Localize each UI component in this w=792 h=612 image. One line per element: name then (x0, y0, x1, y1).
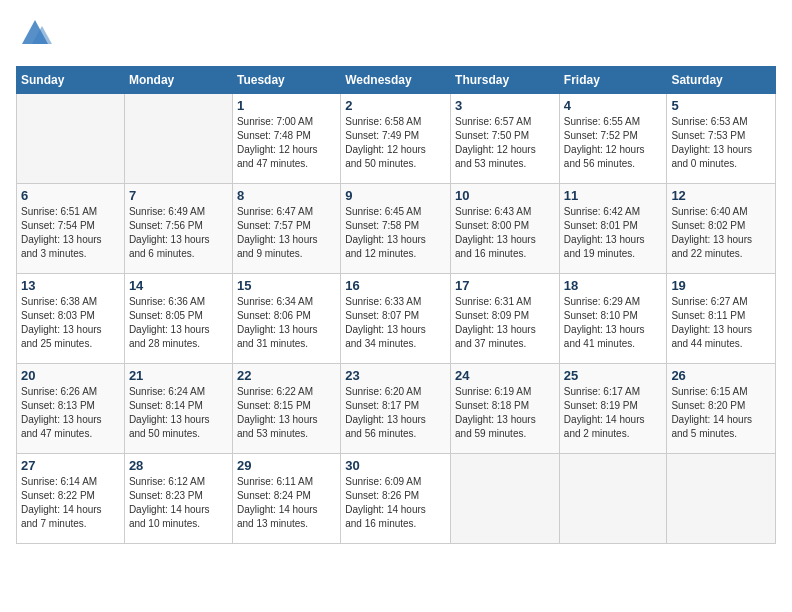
day-number: 26 (671, 368, 771, 383)
day-number: 8 (237, 188, 336, 203)
weekday-header: Monday (124, 67, 232, 94)
day-number: 13 (21, 278, 120, 293)
day-info: Sunrise: 6:27 AM Sunset: 8:11 PM Dayligh… (671, 295, 771, 351)
calendar-cell: 1Sunrise: 7:00 AM Sunset: 7:48 PM Daylig… (232, 94, 340, 184)
calendar-cell (559, 454, 667, 544)
calendar-cell: 22Sunrise: 6:22 AM Sunset: 8:15 PM Dayli… (232, 364, 340, 454)
day-info: Sunrise: 6:14 AM Sunset: 8:22 PM Dayligh… (21, 475, 120, 531)
calendar-week-row: 1Sunrise: 7:00 AM Sunset: 7:48 PM Daylig… (17, 94, 776, 184)
weekday-header: Thursday (451, 67, 560, 94)
day-info: Sunrise: 6:15 AM Sunset: 8:20 PM Dayligh… (671, 385, 771, 441)
calendar-cell: 20Sunrise: 6:26 AM Sunset: 8:13 PM Dayli… (17, 364, 125, 454)
calendar-cell: 8Sunrise: 6:47 AM Sunset: 7:57 PM Daylig… (232, 184, 340, 274)
day-info: Sunrise: 6:45 AM Sunset: 7:58 PM Dayligh… (345, 205, 446, 261)
day-number: 6 (21, 188, 120, 203)
calendar-cell: 21Sunrise: 6:24 AM Sunset: 8:14 PM Dayli… (124, 364, 232, 454)
day-number: 29 (237, 458, 336, 473)
calendar-cell: 12Sunrise: 6:40 AM Sunset: 8:02 PM Dayli… (667, 184, 776, 274)
day-number: 10 (455, 188, 555, 203)
day-info: Sunrise: 6:58 AM Sunset: 7:49 PM Dayligh… (345, 115, 446, 171)
calendar-cell (667, 454, 776, 544)
weekday-header: Saturday (667, 67, 776, 94)
calendar-cell: 16Sunrise: 6:33 AM Sunset: 8:07 PM Dayli… (341, 274, 451, 364)
calendar-week-row: 27Sunrise: 6:14 AM Sunset: 8:22 PM Dayli… (17, 454, 776, 544)
day-number: 17 (455, 278, 555, 293)
calendar-week-row: 20Sunrise: 6:26 AM Sunset: 8:13 PM Dayli… (17, 364, 776, 454)
calendar-week-row: 6Sunrise: 6:51 AM Sunset: 7:54 PM Daylig… (17, 184, 776, 274)
day-number: 12 (671, 188, 771, 203)
day-info: Sunrise: 7:00 AM Sunset: 7:48 PM Dayligh… (237, 115, 336, 171)
logo-icon (16, 16, 54, 54)
calendar-cell: 13Sunrise: 6:38 AM Sunset: 8:03 PM Dayli… (17, 274, 125, 364)
page-header (16, 16, 776, 54)
day-info: Sunrise: 6:43 AM Sunset: 8:00 PM Dayligh… (455, 205, 555, 261)
day-number: 21 (129, 368, 228, 383)
day-number: 23 (345, 368, 446, 383)
day-info: Sunrise: 6:38 AM Sunset: 8:03 PM Dayligh… (21, 295, 120, 351)
day-number: 4 (564, 98, 663, 113)
weekday-header: Friday (559, 67, 667, 94)
day-info: Sunrise: 6:11 AM Sunset: 8:24 PM Dayligh… (237, 475, 336, 531)
day-info: Sunrise: 6:34 AM Sunset: 8:06 PM Dayligh… (237, 295, 336, 351)
calendar-cell: 5Sunrise: 6:53 AM Sunset: 7:53 PM Daylig… (667, 94, 776, 184)
day-info: Sunrise: 6:36 AM Sunset: 8:05 PM Dayligh… (129, 295, 228, 351)
calendar-cell: 27Sunrise: 6:14 AM Sunset: 8:22 PM Dayli… (17, 454, 125, 544)
day-info: Sunrise: 6:51 AM Sunset: 7:54 PM Dayligh… (21, 205, 120, 261)
day-info: Sunrise: 6:29 AM Sunset: 8:10 PM Dayligh… (564, 295, 663, 351)
weekday-header: Sunday (17, 67, 125, 94)
day-number: 15 (237, 278, 336, 293)
calendar-cell: 23Sunrise: 6:20 AM Sunset: 8:17 PM Dayli… (341, 364, 451, 454)
calendar-cell (451, 454, 560, 544)
calendar-cell: 30Sunrise: 6:09 AM Sunset: 8:26 PM Dayli… (341, 454, 451, 544)
calendar-cell: 15Sunrise: 6:34 AM Sunset: 8:06 PM Dayli… (232, 274, 340, 364)
day-number: 3 (455, 98, 555, 113)
calendar-cell (124, 94, 232, 184)
day-info: Sunrise: 6:40 AM Sunset: 8:02 PM Dayligh… (671, 205, 771, 261)
calendar-cell: 11Sunrise: 6:42 AM Sunset: 8:01 PM Dayli… (559, 184, 667, 274)
day-info: Sunrise: 6:53 AM Sunset: 7:53 PM Dayligh… (671, 115, 771, 171)
calendar-cell: 24Sunrise: 6:19 AM Sunset: 8:18 PM Dayli… (451, 364, 560, 454)
calendar-cell: 29Sunrise: 6:11 AM Sunset: 8:24 PM Dayli… (232, 454, 340, 544)
day-info: Sunrise: 6:09 AM Sunset: 8:26 PM Dayligh… (345, 475, 446, 531)
calendar-body: 1Sunrise: 7:00 AM Sunset: 7:48 PM Daylig… (17, 94, 776, 544)
day-info: Sunrise: 6:31 AM Sunset: 8:09 PM Dayligh… (455, 295, 555, 351)
day-info: Sunrise: 6:24 AM Sunset: 8:14 PM Dayligh… (129, 385, 228, 441)
calendar-cell: 3Sunrise: 6:57 AM Sunset: 7:50 PM Daylig… (451, 94, 560, 184)
day-number: 24 (455, 368, 555, 383)
calendar-cell: 19Sunrise: 6:27 AM Sunset: 8:11 PM Dayli… (667, 274, 776, 364)
day-number: 30 (345, 458, 446, 473)
calendar-cell: 9Sunrise: 6:45 AM Sunset: 7:58 PM Daylig… (341, 184, 451, 274)
calendar-cell: 4Sunrise: 6:55 AM Sunset: 7:52 PM Daylig… (559, 94, 667, 184)
day-number: 19 (671, 278, 771, 293)
day-number: 22 (237, 368, 336, 383)
calendar-cell: 28Sunrise: 6:12 AM Sunset: 8:23 PM Dayli… (124, 454, 232, 544)
weekday-header: Tuesday (232, 67, 340, 94)
day-info: Sunrise: 6:26 AM Sunset: 8:13 PM Dayligh… (21, 385, 120, 441)
calendar-header: SundayMondayTuesdayWednesdayThursdayFrid… (17, 67, 776, 94)
calendar-cell: 6Sunrise: 6:51 AM Sunset: 7:54 PM Daylig… (17, 184, 125, 274)
day-number: 5 (671, 98, 771, 113)
logo (16, 16, 60, 54)
calendar-cell: 18Sunrise: 6:29 AM Sunset: 8:10 PM Dayli… (559, 274, 667, 364)
calendar-cell: 14Sunrise: 6:36 AM Sunset: 8:05 PM Dayli… (124, 274, 232, 364)
calendar-cell (17, 94, 125, 184)
day-info: Sunrise: 6:47 AM Sunset: 7:57 PM Dayligh… (237, 205, 336, 261)
day-number: 16 (345, 278, 446, 293)
day-info: Sunrise: 6:33 AM Sunset: 8:07 PM Dayligh… (345, 295, 446, 351)
calendar-cell: 10Sunrise: 6:43 AM Sunset: 8:00 PM Dayli… (451, 184, 560, 274)
header-row: SundayMondayTuesdayWednesdayThursdayFrid… (17, 67, 776, 94)
calendar-week-row: 13Sunrise: 6:38 AM Sunset: 8:03 PM Dayli… (17, 274, 776, 364)
day-info: Sunrise: 6:19 AM Sunset: 8:18 PM Dayligh… (455, 385, 555, 441)
day-number: 9 (345, 188, 446, 203)
day-info: Sunrise: 6:12 AM Sunset: 8:23 PM Dayligh… (129, 475, 228, 531)
day-number: 27 (21, 458, 120, 473)
day-info: Sunrise: 6:55 AM Sunset: 7:52 PM Dayligh… (564, 115, 663, 171)
day-info: Sunrise: 6:22 AM Sunset: 8:15 PM Dayligh… (237, 385, 336, 441)
day-number: 28 (129, 458, 228, 473)
weekday-header: Wednesday (341, 67, 451, 94)
day-number: 1 (237, 98, 336, 113)
calendar-table: SundayMondayTuesdayWednesdayThursdayFrid… (16, 66, 776, 544)
day-info: Sunrise: 6:57 AM Sunset: 7:50 PM Dayligh… (455, 115, 555, 171)
day-info: Sunrise: 6:20 AM Sunset: 8:17 PM Dayligh… (345, 385, 446, 441)
day-number: 20 (21, 368, 120, 383)
